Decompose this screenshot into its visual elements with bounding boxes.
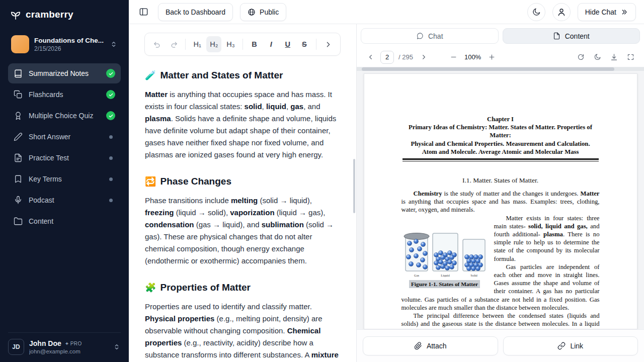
award-icon (14, 111, 23, 120)
sidebar-item-flashcards[interactable]: Flashcards (8, 84, 121, 105)
sidebar-item-label: Summarized Notes (29, 69, 100, 77)
expand-icon (627, 53, 634, 61)
app-name: cramberry (26, 9, 73, 20)
course-name: Foundations of Che... (34, 37, 105, 44)
sparkle-icon: ✦ (65, 341, 69, 346)
redo-button[interactable] (166, 36, 181, 52)
chat-bubble-icon (416, 32, 424, 40)
undo-button[interactable] (149, 36, 165, 52)
toolbar-divider (185, 39, 186, 50)
status-done-icon (106, 69, 115, 78)
pdf-viewport[interactable]: Chapter I Primary Ideas of Chemistry: Ma… (357, 67, 644, 329)
pdf-heading-line: Primary Ideas of Chemistry: Matter. Stat… (401, 123, 600, 139)
sidebar-item-podcast[interactable]: Podcast (8, 190, 121, 210)
account-button[interactable] (552, 3, 571, 21)
theme-toggle-button[interactable] (527, 3, 545, 21)
sidebar-toggle-button[interactable] (136, 5, 151, 20)
toolbar-divider (243, 39, 243, 50)
course-avatar (11, 35, 29, 53)
chevron-up-down-icon (113, 343, 121, 351)
attach-label: Attach (427, 342, 447, 350)
next-page-button[interactable] (418, 51, 431, 64)
strikethrough-button[interactable]: S (297, 36, 312, 52)
back-to-dashboard-button[interactable]: Back to Dashboard (158, 3, 233, 21)
file-text-icon (14, 153, 23, 162)
status-pending-icon (109, 177, 113, 181)
bold-button[interactable]: B (247, 36, 262, 52)
user-icon (557, 8, 566, 17)
figure-states-of-matter: Gas Liquid Solid Figure 1-1. States of M… (401, 231, 488, 288)
heading1-button[interactable]: H₁ (190, 36, 205, 52)
pdf-heading-line: Physical and Chemical Properties. Measur… (401, 140, 600, 148)
public-button[interactable]: Public (240, 3, 286, 21)
page-number-input[interactable] (380, 51, 394, 64)
folder-icon (14, 217, 23, 226)
course-meta: Foundations of Che... 2/15/2026 (34, 37, 105, 52)
tab-content[interactable]: Content (503, 28, 640, 44)
public-label: Public (260, 8, 279, 16)
main-area: Back to Dashboard Public Hide Chat (129, 0, 644, 362)
course-selector[interactable]: Foundations of Che... 2/15/2026 (8, 32, 121, 56)
tab-chat[interactable]: Chat (361, 28, 499, 44)
figure-label-solid: Solid (470, 274, 477, 277)
underline-button[interactable]: U (280, 36, 295, 52)
notes-heading: 🔁Phase Changes (145, 176, 340, 187)
notes-paragraph: Properties are used to identify and clas… (145, 301, 340, 362)
content-panel: Chat Content / 295 100% (356, 24, 644, 362)
previous-page-button[interactable] (364, 51, 377, 64)
workspace: H₁ H₂ H₃ B I U S 🧪Matter and States of M… (129, 24, 644, 362)
microphone-icon (14, 196, 23, 205)
puzzle-emoji: 🧩 (145, 282, 156, 293)
chevron-up-down-icon (110, 40, 118, 48)
chevron-right-icon (420, 53, 428, 61)
notes-heading-text: Matter and States of Matter (160, 70, 283, 81)
link-button[interactable]: Link (503, 336, 638, 355)
user-email: john@example.com (29, 348, 108, 354)
sidebar-item-label: Podcast (29, 196, 103, 204)
sidebar-item-short-answer[interactable]: Short Answer (8, 127, 121, 147)
fullscreen-button[interactable] (624, 51, 637, 64)
zoom-out-button[interactable] (447, 51, 460, 64)
user-name: John Doe (29, 339, 61, 347)
minus-icon (450, 53, 457, 61)
figure-label-liquid: Liquid (441, 274, 450, 277)
sidebar-item-content[interactable]: Content (8, 211, 121, 231)
app-root: cramberry Foundations of Che... 2/15/202… (0, 0, 644, 362)
pdf-heading-rule (403, 158, 599, 161)
sidebar-item-practice-test[interactable]: Practice Test (8, 148, 121, 168)
pdf-theme-button[interactable] (591, 51, 604, 64)
redo-icon (170, 40, 178, 49)
refresh-icon (577, 53, 585, 61)
panel-footer: Attach Link (357, 329, 644, 362)
user-menu[interactable]: JD John Doe ✦PRO john@example.com (8, 332, 121, 355)
pdf-page: Chapter I Primary Ideas of Chemistry: Ma… (364, 73, 637, 329)
sidebar-item-label: Key Terms (29, 175, 103, 183)
zoom-in-button[interactable] (485, 51, 498, 64)
hide-chat-button[interactable]: Hide Chat (578, 3, 636, 21)
attach-button[interactable]: Attach (363, 336, 498, 355)
sidebar-item-summarized-notes[interactable]: Summarized Notes (8, 63, 121, 83)
sidebar-item-label: Practice Test (29, 154, 103, 162)
hide-chat-label: Hide Chat (585, 8, 616, 16)
toolbar-more-button[interactable] (320, 36, 336, 52)
download-button[interactable] (607, 51, 620, 64)
sidebar-item-multiple-choice-quiz[interactable]: Multiple Choice Quiz (8, 106, 121, 126)
notes-heading-text: Phase Changes (160, 176, 231, 187)
horizontal-scrollbar[interactable] (362, 67, 614, 71)
heading2-button[interactable]: H₂ (206, 36, 221, 52)
notes-editor: H₁ H₂ H₃ B I U S 🧪Matter and States of M… (129, 24, 356, 362)
repeat-emoji: 🔁 (145, 176, 156, 187)
cards-icon (14, 90, 23, 99)
notes-document[interactable]: 🧪Matter and States of Matter Matter is a… (129, 56, 356, 362)
refresh-button[interactable] (574, 51, 587, 64)
figure-label-gas: Gas (414, 274, 419, 277)
pdf-section-title: I.1. Matter. States of Matter. (401, 176, 600, 185)
heading3-button[interactable]: H₃ (223, 36, 238, 52)
avatar: JD (8, 339, 24, 355)
app-logo: cramberry (8, 9, 121, 20)
chevron-left-icon (367, 53, 374, 61)
italic-button[interactable]: I (264, 36, 279, 52)
sidebar-item-key-terms[interactable]: Key Terms (8, 169, 121, 189)
editor-scrollbar[interactable] (353, 159, 355, 213)
back-to-dashboard-label: Back to Dashboard (166, 8, 225, 16)
